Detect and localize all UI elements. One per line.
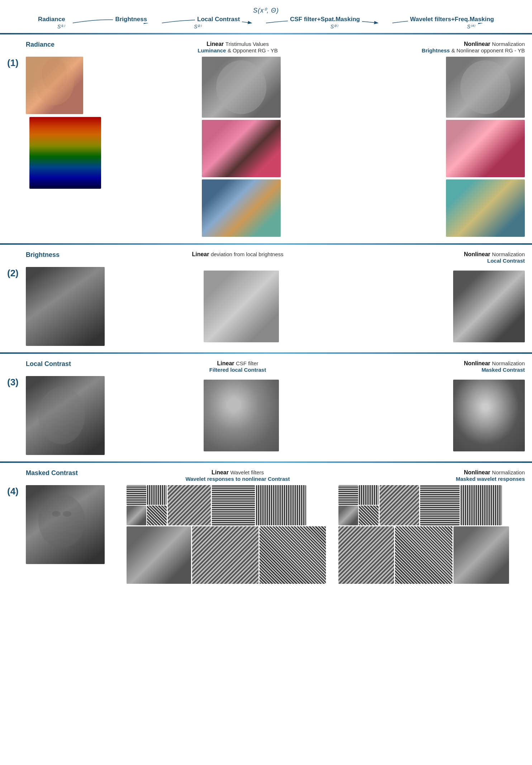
flow-sublabel-1: S⁽¹⁾ [57,24,65,29]
s2-col1-image [26,267,123,346]
s1-section-num-wrap: (1) [7,57,26,69]
s3-col2-header: Linear CSF filter Filtered local Contras… [166,360,309,373]
s4-col3-wv-med-1 [380,485,419,525]
s1-radiance-face [26,57,83,114]
s1-nonlinear-brightness-face [446,57,525,118]
flow-node-radiance: Radiance [36,16,67,23]
s4-col2-title-blue: Wavelet responses to nonlinear Contrast [185,476,290,482]
s4-col2-bottom-row [127,526,334,584]
s3-col2-title-sub: CSF filter [236,360,258,366]
s3-masked-contrast-face [453,380,525,451]
flow-sublabels: S⁽¹⁾ S⁽²⁾ S⁽³⁾ S⁽⁴⁾ [14,23,518,29]
svg-point-5 [38,494,85,548]
flow-sublabel-2: S⁽²⁾ [194,24,201,29]
s4-col2-wv-large-1 [256,485,306,525]
s4-col2-title-sub: Wavelet filters [230,469,264,475]
s2-col3-title-normal: Nonlinear [464,251,490,257]
s4-col3-title-blue: Masked wavelet responses [456,476,525,482]
s1-col3-images [360,57,525,237]
s1-col2-title-sub: Tristimulus Values [225,41,269,47]
s1-spectral-stack [29,117,101,189]
flow-top-label: S(x⁰, Θ) [14,6,518,14]
s4-col3-pyramid: n [338,485,379,525]
flow-node-brightness: Brightness [113,16,149,23]
s4-col3-wv-cell-2 [359,485,379,505]
s4-col3-header: Nonlinear Normalization Masked wavelet r… [353,469,525,482]
section-divider-2 [0,243,532,245]
flow-nodes: Radiance Brightness Local Contrast CSF f… [14,16,518,23]
svg-point-4 [38,387,85,444]
s4-col2-wv-cell-1 [127,485,146,505]
s3-col2-title-blue: Filtered local Contrast [209,367,266,373]
s3-col2-title-normal: Linear [217,360,234,366]
svg-point-2 [216,60,266,114]
section-2: Brightness Linear deviation from local b… [0,248,532,349]
s3-section-num: (3) [7,377,19,388]
s2-col2-title-normal: Linear [192,251,209,257]
svg-point-7 [63,511,71,517]
s4-col3-wv-cell-3 [338,506,358,525]
s4-col2-wv-cell-2 [147,485,167,505]
s4-col3-wv-bottom-3 [453,526,509,584]
s4-col1-header: Masked Contrast [26,469,123,477]
s4-col2-header: Linear Wavelet filters Wavelet responses… [166,469,309,482]
s2-local-deviation-face [204,271,279,342]
s1-rg-channel [202,120,281,177]
s4-col3-wv-bottom-1 [338,526,394,584]
s4-section-num-wrap: (4) [7,485,26,497]
section-3: Local Contrast Linear CSF filter Filtere… [0,357,532,458]
s3-col3-title-sub: Normalization [492,360,525,366]
flow-node-wavelet: Wavelet filters+Freq.Masking [408,16,496,23]
s4-col2-wv-bottom-1 [127,526,191,584]
s4-col2-wv-bottom-3 [260,526,326,584]
svg-point-3 [460,60,510,114]
s1-col2-title-normal: Linear [206,41,224,47]
s2-col3-title-blue: Local Contrast [487,258,525,264]
s1-col2-header: Linear Tristimulus Values Luminance & Op… [166,41,309,54]
s1-luminance-face [202,57,281,118]
flow-sublabel-3: S⁽³⁾ [331,24,338,29]
s1-section-num: (1) [7,57,19,68]
s4-col3-wv-cell-1 [338,485,358,505]
s4-col3-wv-cell-4 [359,506,379,525]
s2-brightness-face [26,267,105,346]
section-1: Radiance Linear Tristimulus Values Lumin… [0,38,532,240]
s1-col1-title: Radiance [26,41,54,48]
svg-point-1 [42,58,67,91]
s4-col3-bottom-row [338,526,525,584]
flow-sublabel-4: S⁽⁴⁾ [467,24,475,29]
s1-col1-images [26,57,123,189]
s1-col2-title-blue2: & Opponent RG - YB [228,47,278,53]
s1-yb-channel [202,179,281,237]
s4-col1-image [26,485,123,564]
s1-col3-title-blue2: & Nonlinear opponent RG - YB [451,47,525,53]
s4-col1-title: Masked Contrast [26,469,78,477]
s2-col2-image [173,271,309,342]
s2-section-num-wrap: (2) [7,267,26,279]
section-divider-1 [0,33,532,34]
s1-col3-title-sub: Normalization [492,41,525,47]
s4-col2-pyramid: n [127,485,167,525]
s3-col3-title-blue: Masked Contrast [481,367,525,373]
svg-point-6 [52,511,61,517]
s2-col3-title-sub: Normalization [492,251,525,257]
s1-col3-title-blue: Brightness [422,47,450,53]
s1-col3-header: Nonlinear Normalization Brightness & Non… [353,41,525,54]
s4-col3-title-sub: Normalization [492,469,525,475]
s4-col3-top-row: n [338,485,525,525]
s2-col2-header: Linear deviation from local brightness [166,251,309,258]
s3-section-num-wrap: (3) [7,376,26,388]
s4-col3-wavelet: n [338,485,525,584]
s4-col3-title-normal: Nonlinear [464,469,490,475]
s4-section-num: (4) [7,486,19,497]
s4-col2-wv-cell-3 [127,506,146,525]
s1-col1-header: Radiance [26,41,123,48]
s3-col1-title: Local Contrast [26,360,71,367]
s4-col2-wavelet: n [127,485,334,584]
s3-col1-header: Local Contrast [26,360,123,368]
s2-col1-title: Brightness [26,251,60,258]
section-4: Masked Contrast Linear Wavelet filters W… [0,466,532,587]
s1-col2-images [173,57,309,237]
s3-filtered-contrast-face [204,380,279,451]
s4-col2-wv-bottom-2 [192,526,258,584]
